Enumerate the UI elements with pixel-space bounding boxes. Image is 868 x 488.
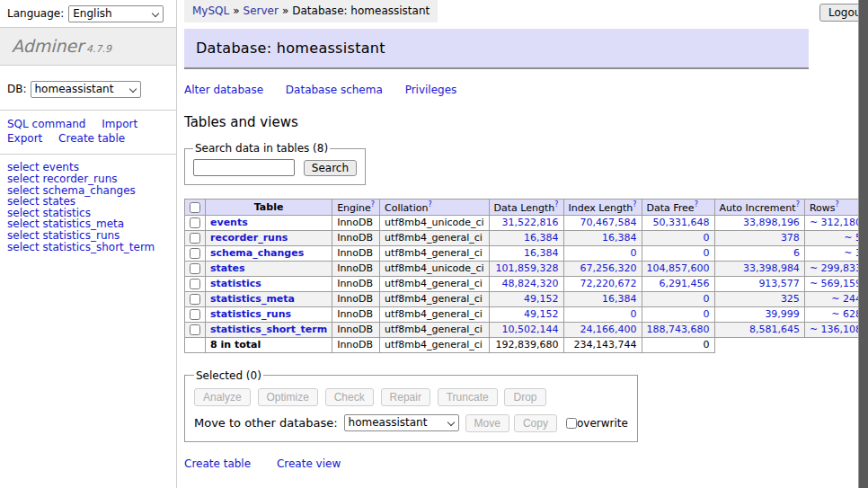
overwrite-option: overwrite — [566, 417, 628, 430]
create-table-link[interactable]: Create table — [184, 457, 251, 470]
help-link[interactable]: ? — [796, 200, 800, 209]
help-link[interactable]: ? — [371, 200, 375, 209]
repair-button[interactable]: Repair — [381, 388, 430, 406]
tables-and-views-heading: Tables and views — [184, 114, 813, 130]
data-free-link[interactable]: 50,331,648 — [653, 217, 710, 228]
language-select[interactable]: English — [68, 5, 164, 22]
index-length-link[interactable]: 72,220,672 — [580, 278, 637, 289]
table-link[interactable]: recorder_runs — [210, 232, 288, 244]
data-length-link[interactable]: 31,522,816 — [502, 217, 559, 228]
table-link[interactable]: events — [210, 217, 248, 228]
help-link[interactable]: ? — [695, 200, 698, 209]
help-link[interactable]: ? — [554, 200, 558, 209]
table-header-row: Table Engine? Collation? Data Length? In… — [185, 200, 868, 216]
data-length-link[interactable]: 101,859,328 — [496, 262, 559, 274]
data-free-link[interactable]: 104,857,600 — [647, 262, 710, 274]
data-free-link[interactable]: 188,743,680 — [647, 324, 710, 335]
index-length-link[interactable]: 0 — [631, 247, 637, 259]
row-checkbox[interactable] — [190, 294, 200, 305]
table-link[interactable]: statistics — [210, 278, 261, 289]
sidebar-link-sql-command[interactable]: SQL command — [7, 118, 85, 130]
move-database-select[interactable]: homeassistant — [344, 414, 459, 431]
breadcrumb-separator: » — [233, 4, 239, 17]
auto-increment-link[interactable]: 6 — [793, 247, 800, 259]
table-link[interactable]: statistics_runs — [210, 308, 291, 320]
sidebar-item-select-recorder-runs[interactable]: select recorder_runs — [7, 173, 169, 185]
auto-increment-link[interactable]: 33,398,984 — [743, 262, 800, 274]
optimize-button[interactable]: Optimize — [258, 388, 318, 406]
sidebar-item-select-statistics-short-term[interactable]: select statistics_short_term — [7, 242, 169, 253]
data-free-link[interactable]: 0 — [704, 247, 710, 259]
table-link[interactable]: statistics_meta — [210, 293, 295, 305]
index-length-link[interactable]: 67,256,320 — [580, 262, 637, 274]
rows-count-link[interactable]: ~ 569,159 — [810, 278, 862, 289]
data-free-link[interactable]: 0 — [704, 293, 710, 305]
data-length-link[interactable]: 49,152 — [524, 293, 559, 305]
data-length-link[interactable]: 10,502,144 — [502, 324, 559, 335]
total-empty-cell — [185, 337, 206, 352]
breadcrumb-link-mysql[interactable]: MySQL — [192, 4, 229, 17]
row-checkbox[interactable] — [190, 233, 200, 244]
breadcrumb-link-server[interactable]: Server — [244, 4, 279, 17]
auto-increment-link[interactable]: 33,898,196 — [743, 217, 800, 228]
total-engine: InnoDB — [332, 337, 380, 352]
check-button[interactable]: Check — [325, 388, 374, 406]
data-free-link[interactable]: 6,291,456 — [660, 278, 710, 289]
rows-count-link[interactable]: ~ 136,108 — [810, 324, 862, 335]
sidebar-link-export[interactable]: Export — [7, 132, 42, 145]
search-input[interactable] — [193, 159, 295, 176]
select-all-checkbox[interactable] — [190, 202, 200, 213]
index-length-link[interactable]: 16,384 — [602, 232, 637, 244]
row-checkbox[interactable] — [190, 263, 200, 274]
copy-button[interactable]: Copy — [514, 414, 557, 432]
data-length-link[interactable]: 48,824,320 — [502, 278, 559, 289]
overwrite-checkbox[interactable] — [566, 418, 577, 429]
alter-database-link[interactable]: Alter database — [184, 84, 263, 96]
auto-increment-link[interactable]: 8,581,645 — [749, 324, 800, 335]
row-checkbox[interactable] — [190, 248, 200, 259]
data-length-link[interactable]: 49,152 — [524, 308, 559, 320]
auto-increment-link[interactable]: 913,577 — [758, 278, 800, 289]
data-length-link[interactable]: 16,384 — [524, 247, 559, 259]
sidebar-item-select-states[interactable]: select states — [7, 196, 169, 208]
help-link[interactable]: ? — [633, 200, 636, 209]
table-link[interactable]: schema_changes — [210, 247, 304, 259]
data-free-link[interactable]: 0 — [704, 308, 710, 320]
rows-count-link[interactable]: ~ 312,180 — [810, 217, 862, 228]
index-length-link[interactable]: 24,166,400 — [580, 324, 637, 335]
sidebar-link-create-table[interactable]: Create table — [58, 132, 125, 145]
privileges-link[interactable]: Privileges — [405, 84, 457, 96]
sidebar-link-import[interactable]: Import — [102, 118, 137, 130]
sidebar-actions: SQL command Import Export Create table — [0, 111, 177, 155]
index-length-link[interactable]: 16,384 — [602, 293, 637, 305]
auto-increment-link[interactable]: 39,999 — [765, 308, 800, 320]
data-free-link[interactable]: 0 — [704, 232, 710, 244]
help-link[interactable]: ? — [428, 200, 431, 209]
rows-count-link[interactable]: ~ 299,833 — [810, 262, 862, 274]
database-schema-link[interactable]: Database schema — [286, 84, 383, 96]
index-length-link[interactable]: 70,467,584 — [580, 217, 637, 228]
row-checkbox[interactable] — [190, 279, 200, 289]
breadcrumb: MySQL»Server»Database: homeassistant — [184, 0, 438, 22]
index-length-link[interactable]: 0 — [631, 308, 637, 320]
search-button[interactable]: Search — [304, 160, 357, 176]
sidebar-item-select-statistics-runs[interactable]: select statistics_runs — [7, 230, 169, 242]
row-checkbox[interactable] — [190, 217, 200, 228]
db-select[interactable]: homeassistant — [31, 81, 141, 98]
help-link[interactable]: ? — [835, 200, 838, 209]
vertical-scrollbar[interactable] — [858, 0, 868, 488]
analyze-button[interactable]: Analyze — [194, 388, 251, 406]
selected-legend: Selected (0) — [194, 369, 263, 382]
adminer-logo[interactable]: Adminer4.7.9 — [0, 27, 176, 66]
row-checkbox[interactable] — [190, 324, 200, 335]
create-view-link[interactable]: Create view — [277, 457, 341, 470]
table-link[interactable]: states — [210, 262, 245, 274]
table-link[interactable]: statistics_short_term — [210, 324, 327, 335]
drop-button[interactable]: Drop — [504, 388, 545, 406]
row-checkbox[interactable] — [190, 309, 200, 320]
data-length-link[interactable]: 16,384 — [524, 232, 559, 244]
move-button[interactable]: Move — [465, 414, 509, 432]
auto-increment-link[interactable]: 325 — [781, 293, 800, 305]
auto-increment-link[interactable]: 378 — [781, 232, 800, 244]
truncate-button[interactable]: Truncate — [438, 388, 498, 406]
